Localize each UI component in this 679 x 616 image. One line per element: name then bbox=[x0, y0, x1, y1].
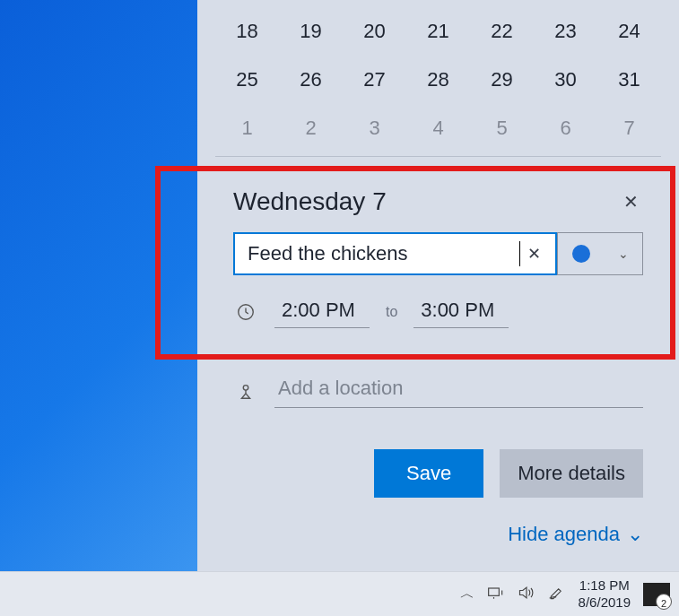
calendar-day[interactable]: 21 bbox=[406, 20, 470, 43]
svg-point-1 bbox=[243, 385, 248, 390]
calendar-flyout: 18 19 20 21 22 23 24 25 26 27 28 29 30 3… bbox=[197, 0, 679, 571]
calendar-day-next-month[interactable]: 1 bbox=[215, 117, 279, 140]
calendar-day-next-month[interactable]: 5 bbox=[470, 117, 534, 140]
calendar-day[interactable]: 26 bbox=[279, 68, 343, 91]
to-label: to bbox=[386, 304, 397, 320]
taskbar-clock[interactable]: 1:18 PM 8/6/2019 bbox=[579, 577, 631, 612]
calendar-day[interactable]: 25 bbox=[215, 68, 279, 91]
taskbar-date: 8/6/2019 bbox=[579, 594, 631, 612]
calendar-grid: 18 19 20 21 22 23 24 25 26 27 28 29 30 3… bbox=[215, 0, 661, 140]
event-day-title: Wednesday 7 bbox=[233, 187, 387, 216]
hide-agenda-link[interactable]: Hide agenda ⌄ bbox=[233, 523, 643, 546]
calendar-day-next-month[interactable]: 6 bbox=[534, 117, 597, 140]
calendar-day[interactable]: 28 bbox=[406, 68, 470, 91]
chevron-down-icon: ⌄ bbox=[627, 523, 643, 546]
calendar-day[interactable]: 23 bbox=[534, 20, 597, 43]
calendar-day-next-month[interactable]: 2 bbox=[279, 117, 343, 140]
event-name-field-wrap[interactable]: ✕ bbox=[233, 232, 557, 275]
calendar-day[interactable]: 24 bbox=[597, 20, 661, 43]
system-tray: ︿ bbox=[460, 585, 566, 603]
notification-badge: 2 bbox=[657, 598, 671, 609]
clear-text-icon[interactable]: ✕ bbox=[520, 244, 548, 264]
ink-workspace-icon[interactable] bbox=[548, 586, 566, 603]
desktop-wallpaper-strip bbox=[0, 0, 197, 571]
taskbar: ︿ 1:18 PM 8/6/2019 2 bbox=[0, 571, 679, 616]
volume-icon[interactable] bbox=[518, 586, 535, 603]
taskbar-time: 1:18 PM bbox=[579, 577, 631, 594]
calendar-day-next-month[interactable]: 7 bbox=[597, 117, 661, 140]
action-center-icon[interactable]: 2 bbox=[643, 583, 670, 606]
svg-rect-2 bbox=[488, 588, 499, 595]
quick-event-form: Wednesday 7 ✕ ✕ ⌄ 2:00 PM to 3:00 PM bbox=[215, 157, 661, 546]
event-name-input[interactable] bbox=[248, 242, 518, 265]
calendar-day[interactable]: 27 bbox=[343, 68, 406, 91]
calendar-day[interactable]: 22 bbox=[470, 20, 534, 43]
location-icon bbox=[233, 381, 258, 401]
chevron-down-icon: ⌄ bbox=[618, 247, 629, 261]
calendar-color-dot-icon bbox=[572, 245, 590, 263]
save-button[interactable]: Save bbox=[374, 449, 483, 498]
hide-agenda-label: Hide agenda bbox=[508, 523, 620, 546]
calendar-day[interactable]: 19 bbox=[279, 20, 343, 43]
location-input[interactable] bbox=[274, 373, 643, 408]
start-time-field[interactable]: 2:00 PM bbox=[274, 295, 370, 328]
network-icon[interactable] bbox=[487, 586, 505, 603]
tray-overflow-icon[interactable]: ︿ bbox=[460, 585, 474, 603]
calendar-day-next-month[interactable]: 3 bbox=[343, 117, 406, 140]
calendar-day[interactable]: 18 bbox=[215, 20, 279, 43]
calendar-color-dropdown[interactable]: ⌄ bbox=[557, 232, 643, 275]
end-time-field[interactable]: 3:00 PM bbox=[413, 295, 509, 328]
close-icon[interactable]: ✕ bbox=[618, 189, 643, 214]
calendar-day-next-month[interactable]: 4 bbox=[406, 117, 470, 140]
calendar-day[interactable]: 30 bbox=[534, 68, 597, 91]
calendar-day[interactable]: 29 bbox=[470, 68, 534, 91]
calendar-day[interactable]: 20 bbox=[343, 20, 406, 43]
calendar-day[interactable]: 31 bbox=[597, 68, 661, 91]
clock-icon bbox=[233, 302, 258, 322]
more-details-button[interactable]: More details bbox=[500, 449, 643, 498]
